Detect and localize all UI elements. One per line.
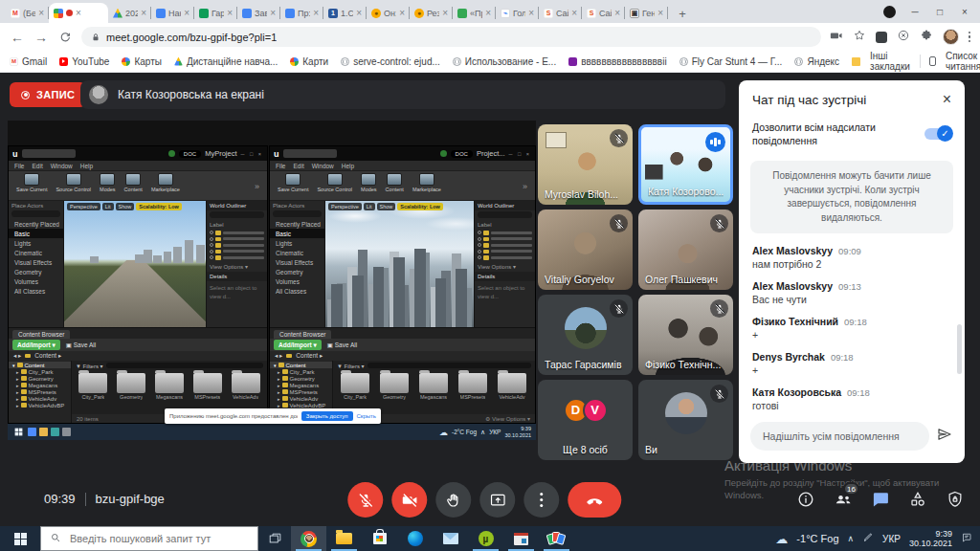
taskbar-search[interactable] bbox=[40, 526, 258, 551]
more-options-button[interactable] bbox=[523, 482, 559, 518]
browser-tab[interactable]: ⌁Гол× bbox=[496, 3, 539, 23]
ue-menu-item[interactable]: Edit bbox=[32, 163, 42, 169]
add-import-button[interactable]: Add/Import ▾ bbox=[12, 340, 60, 350]
tab-close-icon[interactable]: × bbox=[399, 8, 405, 18]
tree-item[interactable]: ▸Geometry bbox=[270, 375, 332, 382]
place-actors-item[interactable]: Cinematic bbox=[270, 248, 324, 257]
participant-tile[interactable]: Тарас Гарасимів bbox=[538, 295, 633, 375]
chat-scrollbar[interactable] bbox=[957, 324, 962, 374]
new-tab-button[interactable]: + bbox=[672, 4, 693, 23]
tree-item[interactable]: ▸VehicleAdv bbox=[9, 395, 71, 402]
view-options[interactable]: View Options ▾ bbox=[207, 261, 267, 272]
visibility-icon[interactable] bbox=[478, 250, 481, 253]
bookmark-item[interactable]: YouTube bbox=[59, 56, 109, 67]
taskbar-app-edge[interactable] bbox=[397, 526, 433, 551]
view-options[interactable]: ⚙ View Options ▾ bbox=[485, 415, 530, 422]
tree-item[interactable]: ▸MSPresets bbox=[9, 388, 71, 395]
viewport-chip[interactable]: Scalability: Low bbox=[397, 203, 443, 210]
meeting-details-icon[interactable] bbox=[795, 489, 816, 510]
browser-tab[interactable]: 202× bbox=[108, 3, 151, 23]
ue-tool-content[interactable]: Content bbox=[124, 173, 143, 192]
visibility-icon[interactable] bbox=[210, 237, 213, 241]
ue-window-controls[interactable]: ─ □ × bbox=[241, 151, 264, 157]
allow-messages-toggle[interactable] bbox=[924, 128, 951, 140]
viewport-chip[interactable]: Perspective bbox=[67, 203, 100, 210]
camera-off-button[interactable] bbox=[391, 482, 427, 518]
visibility-icon[interactable] bbox=[478, 255, 481, 259]
extension-icon[interactable] bbox=[876, 32, 887, 43]
ue-tool-save-current[interactable]: Save Current bbox=[16, 173, 47, 192]
reload-icon[interactable] bbox=[57, 30, 73, 45]
browser-tab[interactable]: «Пр× bbox=[453, 3, 496, 23]
toolbar-overflow-icon[interactable]: » bbox=[255, 182, 259, 191]
bookmark-item[interactable]: ввввввввввввввввіі bbox=[568, 56, 666, 67]
browser-tab[interactable]: Зав× bbox=[237, 3, 280, 23]
browser-tab[interactable]: SСай× bbox=[582, 3, 625, 23]
ue-viewport[interactable]: PerspectiveLitShowScalability: Low bbox=[64, 201, 206, 327]
activities-icon[interactable] bbox=[907, 489, 928, 510]
viewport-chip[interactable]: Scalability: Low bbox=[136, 203, 182, 210]
place-actors-item[interactable]: Recently Placed bbox=[9, 219, 63, 229]
filters-button[interactable]: ▼ Filters ▾ bbox=[76, 363, 103, 369]
reading-list[interactable]: Список читання bbox=[946, 51, 980, 72]
tree-item[interactable]: ▾Content bbox=[9, 362, 71, 368]
chat-icon[interactable] bbox=[870, 489, 891, 510]
bookmark-item[interactable]: Fly Car Stunt 4 — Г... bbox=[679, 56, 783, 67]
meeting-code[interactable]: bzu-gpif-bge bbox=[96, 492, 165, 506]
hide-notification-button[interactable]: Скрыть bbox=[357, 413, 376, 419]
clock[interactable]: 9:39 30.10.2021 bbox=[909, 529, 952, 549]
ue-menu-item[interactable]: Help bbox=[80, 163, 93, 169]
participant-tile[interactable]: Myroslav Biloh... bbox=[538, 124, 633, 205]
place-actors-item[interactable]: Basic bbox=[270, 229, 324, 238]
minimize-icon[interactable]: ─ bbox=[909, 7, 921, 17]
nav-arrows[interactable]: ◂ ▸ bbox=[275, 352, 282, 360]
bookmark-item[interactable]: serve-control: ejud... bbox=[341, 56, 440, 67]
ue-tool-modes[interactable]: Modes bbox=[100, 173, 116, 192]
asset-folder[interactable]: Megascans bbox=[154, 373, 186, 400]
tab-close-icon[interactable]: × bbox=[571, 8, 577, 18]
stop-sharing-button[interactable]: Закрыть доступ bbox=[301, 411, 353, 421]
asset-folder[interactable]: Geometry bbox=[378, 373, 411, 400]
participant-tile[interactable]: Ви bbox=[638, 380, 733, 460]
place-actors-item[interactable]: Geometry bbox=[9, 267, 63, 276]
back-icon[interactable]: ← bbox=[10, 30, 25, 45]
ue-tool-source-control[interactable]: Source Control bbox=[317, 173, 352, 192]
taskbar-app-utorrent[interactable]: µ bbox=[468, 526, 503, 551]
place-actors-item[interactable]: Basic bbox=[9, 229, 63, 238]
participant-tile[interactable]: DVЩе 8 осіб bbox=[538, 380, 633, 460]
ue-tool-modes[interactable]: Modes bbox=[361, 173, 377, 192]
tree-item[interactable]: ▸VehicleAdvBP bbox=[9, 402, 71, 408]
tree-item[interactable]: ▸VehicleAdvBP bbox=[270, 402, 332, 408]
tab-close-icon[interactable]: × bbox=[270, 8, 276, 18]
participant-tile[interactable]: Олег Пашкевич bbox=[638, 209, 733, 290]
blocker-icon[interactable] bbox=[897, 29, 910, 46]
raise-hand-button[interactable] bbox=[435, 482, 471, 518]
place-actors-item[interactable]: Recently Placed bbox=[270, 219, 324, 229]
viewport-chip[interactable]: Show bbox=[377, 203, 396, 210]
tab-close-icon[interactable]: × bbox=[485, 8, 491, 18]
asset-search[interactable] bbox=[106, 363, 263, 368]
tree-item[interactable]: ▸Megascans bbox=[270, 382, 332, 388]
participant-tile[interactable]: Vitaliy Goryelov bbox=[538, 209, 633, 290]
chat-close-icon[interactable]: × bbox=[943, 92, 951, 107]
weather-text[interactable]: -1°C Fog bbox=[796, 533, 838, 544]
tab-close-icon[interactable]: × bbox=[442, 8, 448, 18]
url-field[interactable]: meet.google.com/bzu-gpif-bge?pli=1 bbox=[81, 27, 821, 47]
tree-item[interactable]: ▸City_Park bbox=[270, 368, 332, 375]
viewport-chip[interactable]: Lit bbox=[364, 203, 375, 210]
ue-menu-item[interactable]: Window bbox=[312, 163, 334, 169]
browser-tab[interactable]: 11.С× bbox=[323, 3, 367, 23]
other-bookmarks[interactable]: Інші закладки bbox=[870, 51, 910, 72]
add-import-button[interactable]: Add/Import ▾ bbox=[274, 340, 322, 350]
place-actors-item[interactable]: Volumes bbox=[9, 276, 63, 286]
place-actors-item[interactable]: All Classes bbox=[270, 286, 324, 296]
place-actors-item[interactable]: Visual Effects bbox=[9, 257, 63, 267]
visibility-icon[interactable] bbox=[210, 255, 213, 259]
viewport-chip[interactable]: Perspective bbox=[328, 203, 362, 210]
ue-menu-item[interactable]: File bbox=[14, 163, 24, 169]
asset-folder[interactable]: Geometry bbox=[116, 373, 147, 400]
visibility-icon[interactable] bbox=[478, 231, 481, 234]
breadcrumb-label[interactable]: Content ▸ bbox=[34, 352, 61, 360]
visibility-icon[interactable] bbox=[478, 243, 481, 247]
tree-item[interactable]: ▸Geometry bbox=[9, 375, 71, 382]
